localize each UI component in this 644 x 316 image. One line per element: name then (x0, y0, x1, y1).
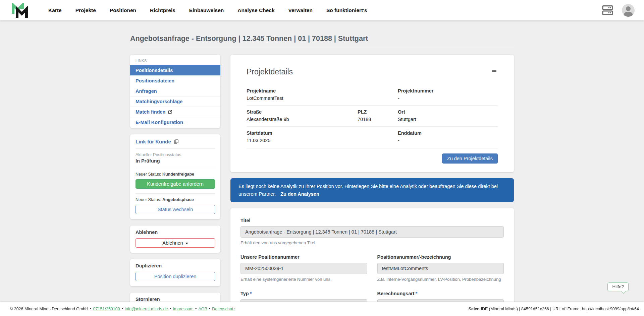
mineral-minds-logo[interactable] (11, 3, 30, 18)
page-title: Angebotsanfrage - Entsorgung | 12.345 To… (130, 35, 514, 43)
title-divider (130, 48, 514, 48)
footer-ide-name: Selen IDE (469, 307, 488, 311)
footer-debug-info: Selen IDE (Mineral Minds) | 84591d51c266… (469, 307, 639, 311)
footer-email-link[interactable]: info@mineral-minds.de (125, 307, 168, 311)
avatar-body (624, 12, 633, 17)
new-status-line-2: Neuer Status: Angebotsphase (136, 197, 215, 202)
bezeichnung-input[interactable] (377, 263, 504, 274)
footer-ide-rest: (Mineral Minds) | 84591d51c266 | URL of … (488, 307, 639, 311)
berechnungsart-label: Berechnungsart* (377, 291, 504, 296)
logo-m-icon (11, 3, 30, 18)
new-status-name: Angebotsphase (162, 197, 194, 202)
footer-separator: • (170, 307, 171, 311)
bezeichnung-label: Positionsnummer/-bezeichnung (377, 254, 504, 260)
nav-karte[interactable]: Karte (48, 7, 62, 13)
titel-input[interactable] (240, 226, 504, 238)
current-status-label: Aktueller Positionsstatus: (136, 152, 215, 157)
nav-so-funktionierts[interactable]: So funktioniert's (326, 7, 367, 13)
nav-positionen[interactable]: Positionen (110, 7, 136, 13)
ablehnen-card: Ablehnen Ablehnen (130, 226, 220, 253)
enddatum-label: Enddatum (398, 130, 498, 136)
zu-den-analysen-link[interactable]: Zu den Analysen (280, 191, 319, 197)
plz-value: 70188 (358, 117, 398, 122)
titel-helper: Erhält den von uns vorgegebenen Titel. (240, 240, 504, 245)
required-asterisk: * (416, 291, 418, 296)
sidebar-item-email-konfiguration[interactable]: E-Mail Konfiguration (130, 117, 220, 127)
projektname-value: LotCommentTest (247, 96, 398, 101)
nav-projekte[interactable]: Projekte (75, 7, 96, 13)
footer-copyright: © 2026 Mineral Minds Deutschland GmbH (10, 307, 88, 311)
projektdetails-card: Projektdetails Projektname LotCommentTes… (230, 55, 514, 172)
required-asterisk: * (250, 291, 252, 296)
external-link-icon (168, 110, 172, 114)
sidebar-item-matchingvorschlaege[interactable]: Matchingvorschläge (130, 96, 220, 107)
kundenfreigabe-anfordern-button[interactable]: Kundenfreigabe anfordern (136, 179, 215, 189)
main-nav: Karte Projekte Positionen Richtpreis Ein… (48, 7, 367, 13)
links-card-title: LINKS (130, 55, 220, 65)
project-row-2: Straße Alexanderstraße 9b PLZ 70188 Ort … (247, 105, 498, 126)
stornieren-card-title: Stornieren (136, 297, 215, 302)
analytik-info-banner: Es liegt noch keine Analytik zu Ihrer Po… (230, 178, 514, 202)
collapse-icon[interactable] (490, 67, 498, 75)
strasse-label: Straße (247, 109, 358, 115)
sidebar-item-anfragen[interactable]: Anfragen (130, 86, 220, 96)
footer: © 2026 Mineral Minds Deutschland GmbH • … (0, 302, 644, 316)
zu-den-projektdetails-button[interactable]: Zu den Projektdetails (442, 153, 498, 164)
link-fuer-kunde[interactable]: Link für Kunde (136, 139, 171, 144)
startdatum-label: Startdatum (247, 130, 398, 136)
minus-dash (492, 70, 496, 72)
footer-impressum-link[interactable]: Impressum (173, 307, 194, 311)
footer-separator: • (122, 307, 123, 311)
divider (136, 193, 215, 194)
main-content: Projektdetails Projektname LotCommentTes… (230, 55, 514, 316)
nav-einbauweisen[interactable]: Einbauweisen (189, 7, 224, 13)
status-wechseln-button[interactable]: Status wechseln (136, 205, 215, 214)
sidebar-item-positionsdateien[interactable]: Positionsdateien (130, 75, 220, 86)
positionsnummer-input[interactable] (240, 263, 367, 274)
plz-label: PLZ (358, 109, 398, 115)
hilfe-button[interactable]: Hilfe? (607, 282, 629, 291)
position-duplizieren-button[interactable]: Position duplizieren (136, 272, 215, 281)
footer-datenschutz-link[interactable]: Datenschutz (212, 307, 235, 311)
copy-icon[interactable] (174, 139, 179, 144)
server-icon[interactable] (601, 4, 614, 16)
footer-phone-link[interactable]: 07151/250100 (93, 307, 120, 311)
sidebar: LINKS Positionsdetails Positionsdateien … (130, 55, 220, 316)
footer-separator: • (90, 307, 91, 311)
projektnummer-value: - (398, 96, 498, 101)
new-status-prefix: Neuer Status: (136, 197, 161, 202)
ablehnen-card-title: Ablehnen (136, 230, 215, 235)
nav-richtpreis[interactable]: Richtpreis (150, 7, 175, 13)
positionsnummer-helper: Erhält eine systemgenerierte Nummer von … (240, 277, 367, 282)
footer-left: © 2026 Mineral Minds Deutschland GmbH • … (10, 307, 235, 311)
projektdetails-title: Projektdetails (247, 67, 293, 76)
enddatum-value: - (398, 138, 498, 143)
user-avatar-icon[interactable] (622, 4, 635, 17)
footer-agb-link[interactable]: AGB (198, 307, 207, 311)
nav-analyse-check[interactable]: Analyse Check (237, 7, 274, 13)
button-label: Ablehnen (162, 240, 183, 246)
links-card: LINKS Positionsdetails Positionsdateien … (130, 55, 220, 128)
footer-separator: • (209, 307, 210, 311)
project-row-3: Startdatum 11.03.2025 Enddatum - (247, 126, 498, 147)
titel-label: Titel (240, 218, 504, 223)
project-row-1: Projektname LotCommentTest Projektnummer… (247, 84, 498, 105)
typ-label-text: Typ (240, 291, 249, 296)
sidebar-item-match-finden[interactable]: Match finden (130, 107, 220, 117)
startdatum-value: 11.03.2025 (247, 138, 398, 143)
typ-label: Typ* (240, 291, 367, 296)
new-status-line-1: Neuer Status: Kundenfreigabe (136, 172, 215, 177)
ablehnen-dropdown-button[interactable]: Ablehnen (136, 238, 215, 248)
current-status-value: In Prüfung (136, 158, 215, 164)
top-navigation-bar: Karte Projekte Positionen Richtpreis Ein… (0, 0, 644, 20)
position-form-card: Titel Erhält den von uns vorgegebenen Ti… (230, 208, 514, 316)
chevron-down-icon (185, 243, 188, 244)
new-status-name: Kundenfreigabe (162, 172, 194, 177)
new-status-prefix: Neuer Status: (136, 172, 161, 177)
sidebar-item-positionsdetails[interactable]: Positionsdetails (130, 65, 220, 75)
duplizieren-card-title: Duplizieren (136, 263, 215, 268)
status-card: Link für Kunde Aktueller Positionsstatus… (130, 134, 220, 219)
avatar-head (626, 6, 631, 11)
nav-verwalten[interactable]: Verwalten (288, 7, 313, 13)
duplizieren-card: Duplizieren Position duplizieren (130, 259, 220, 286)
